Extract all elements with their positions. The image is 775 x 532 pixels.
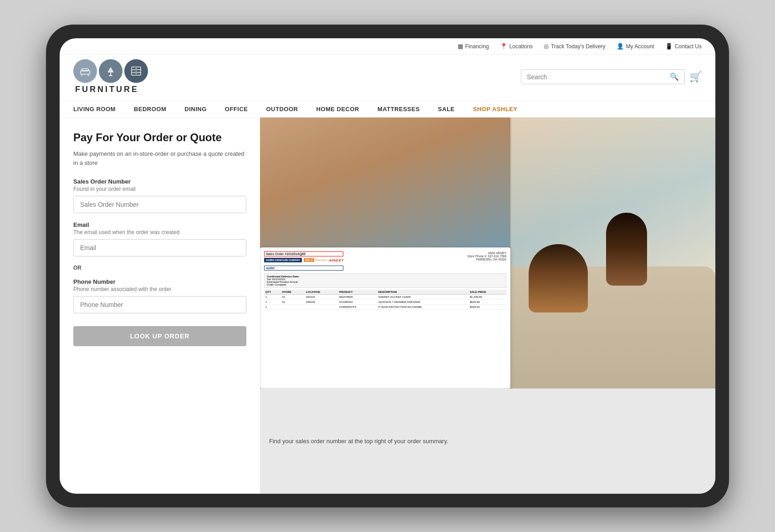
cell-store: 01	[280, 300, 305, 305]
cart-button[interactable]: 🛒	[689, 71, 702, 83]
svg-rect-5	[110, 72, 111, 75]
nav-dining[interactable]: DINING	[184, 106, 207, 113]
tablet-frame: ▦ Financing 📍 Locations ◎ Track Today's …	[46, 25, 729, 507]
order-document-overlay: Sales Order #101201AQ85 HOBBS FURNITURE …	[260, 247, 510, 388]
cell-store: 01	[280, 295, 305, 300]
phone-label: Phone Number	[73, 278, 246, 285]
logo-area[interactable]: FURNITURE	[73, 59, 148, 94]
phone-field-group: Phone Number Phone number associated wit…	[73, 278, 246, 313]
lookup-order-button[interactable]: LOOK UP ORDER	[73, 326, 246, 346]
cell-product: FURNPROTS	[338, 305, 377, 310]
svg-point-12	[136, 73, 137, 74]
track-delivery-nav[interactable]: ◎ Track Today's Delivery	[544, 43, 606, 50]
col-qty: QTY	[264, 290, 280, 295]
logo-circle-lamp	[99, 59, 122, 83]
table-row: 1 FURNPROTS 5 YEAR PROTECTION NO FRAME $…	[264, 305, 506, 310]
account-nav[interactable]: 👤 My Account	[617, 43, 654, 50]
doc-logo-ashley-text: ASHLEY	[329, 258, 343, 262]
email-hint: The email used when the order was create…	[73, 229, 246, 235]
svg-marker-4	[107, 67, 114, 72]
cell-qty: 1	[264, 295, 280, 300]
nav-home-decor[interactable]: HOME DECOR	[316, 106, 359, 113]
track-icon: ◎	[544, 43, 549, 50]
caption-text: Find your sales order number at the top …	[269, 437, 449, 446]
sales-order-label: Sales Order Number	[73, 178, 246, 185]
svg-rect-6	[109, 75, 112, 76]
contact-nav[interactable]: 📱 Contact Us	[665, 43, 702, 50]
nav-sale[interactable]: SALE	[438, 106, 455, 113]
svg-point-11	[136, 71, 137, 72]
main-content: Pay For Your Order or Quote Make payment…	[60, 118, 715, 494]
logo-text: FURNITURE	[75, 85, 139, 94]
email-field-group: Email The email used when the order was …	[73, 221, 246, 256]
col-price: SALE PRICE	[469, 290, 506, 295]
contact-label: Contact Us	[675, 43, 702, 50]
right-panel: Sales Order #101201AQ85 HOBBS FURNITURE …	[260, 118, 715, 494]
order-table: QTY STORE LOCATION PRODUCT DESCRIPTION S…	[264, 290, 506, 310]
col-location: LOCATION	[305, 290, 338, 295]
sales-order-field-group: Sales Order Number Found in your order e…	[73, 178, 246, 213]
cell-description: 5 YEAR PROTECTION NO FRAME	[377, 305, 469, 310]
top-bar: ▦ Financing 📍 Locations ◎ Track Today's …	[60, 38, 715, 55]
main-navigation: LIVING ROOM BEDROOM DINING OFFICE OUTDOO…	[60, 101, 715, 118]
locations-label: Locations	[510, 43, 533, 50]
logo-circles	[73, 59, 148, 83]
nav-office[interactable]: OFFICE	[225, 106, 248, 113]
table-row: 1 01 420103 963478005 SHERRY ACCENT CHAI…	[264, 295, 506, 300]
cell-location: 189106	[305, 300, 338, 305]
cell-description: JACKSON 7 DRAWER DRESSER	[377, 300, 469, 305]
logo-circle-dresser	[124, 59, 148, 83]
nav-shop-ashley[interactable]: SHOP ASHLEY	[473, 106, 518, 113]
col-description: DESCRIPTION	[377, 290, 469, 295]
order-lookup-form-panel: Pay For Your Order or Quote Make payment…	[60, 118, 260, 494]
nav-outdoor[interactable]: OUTDOOR	[266, 106, 298, 113]
track-delivery-label: Track Today's Delivery	[551, 43, 606, 50]
doc-order-number: Sales Order #101201AQ85	[264, 251, 343, 256]
nav-living-room[interactable]: LIVING ROOM	[73, 106, 116, 113]
person-2-silhouette	[529, 244, 588, 312]
doc-logo-outlet: outlet	[264, 266, 343, 271]
sales-order-hint: Found in your order email	[73, 186, 246, 192]
search-input[interactable]	[527, 73, 666, 81]
financing-nav[interactable]: ▦ Financing	[458, 43, 489, 50]
nav-mattresses[interactable]: MATTRESSES	[377, 106, 420, 113]
search-row: 🔍 🛒	[521, 69, 702, 84]
cell-product: 014289422	[338, 300, 377, 305]
doc-store-info: JAKE HENRY Store Phone #: 937-910-7566 F…	[467, 251, 506, 261]
contact-icon: 📱	[665, 43, 673, 50]
cell-price: $629.99	[469, 300, 506, 305]
cell-qty: 1	[264, 305, 280, 310]
sales-order-input[interactable]	[73, 196, 246, 213]
doc-header: Sales Order #101201AQ85 HOBBS FURNITURE …	[264, 251, 506, 271]
cell-location	[305, 305, 338, 310]
cell-price: $349.00	[469, 305, 506, 310]
nav-bedroom[interactable]: BEDROOM	[134, 106, 166, 113]
doc-logo-hobbs: HOBBS FURNITURE COMPANY	[264, 258, 302, 262]
financing-icon: ▦	[458, 43, 463, 50]
svg-point-10	[136, 68, 137, 69]
doc-store-phone: Store Phone #: 937-910-7566	[467, 255, 506, 258]
account-label: My Account	[626, 43, 654, 50]
cell-product: 963478005	[338, 295, 377, 300]
page-subtitle: Make payments on an in-store-order or pu…	[73, 149, 246, 167]
location-pin-icon: 📍	[500, 43, 507, 50]
locations-nav[interactable]: 📍 Locations	[500, 43, 533, 50]
or-divider: OR	[73, 265, 246, 271]
caption-box: Find your sales order number at the top …	[260, 389, 715, 494]
phone-input[interactable]	[73, 296, 246, 313]
header-right: 🔍 🛒	[521, 69, 702, 84]
order-status: Order Complete	[267, 283, 504, 286]
site-header: FURNITURE 🔍 🛒	[60, 55, 715, 101]
cell-description: SHERRY ACCENT CHAIR	[377, 295, 469, 300]
phone-hint: Phone number associated with the order	[73, 286, 246, 292]
financing-label: Financing	[465, 43, 489, 50]
doc-customer-name: JAKE HENRY	[467, 251, 506, 255]
doc-logo-hello: HELLO	[304, 258, 314, 262]
email-input[interactable]	[73, 239, 246, 256]
doc-store-address: FAIRBORN, OH 45324	[467, 258, 506, 261]
hero-image: Sales Order #101201AQ85 HOBBS FURNITURE …	[260, 118, 715, 389]
email-label: Email	[73, 221, 246, 228]
col-store: STORE	[280, 290, 305, 295]
search-box[interactable]: 🔍	[521, 69, 685, 84]
cell-qty: 1	[264, 300, 280, 305]
